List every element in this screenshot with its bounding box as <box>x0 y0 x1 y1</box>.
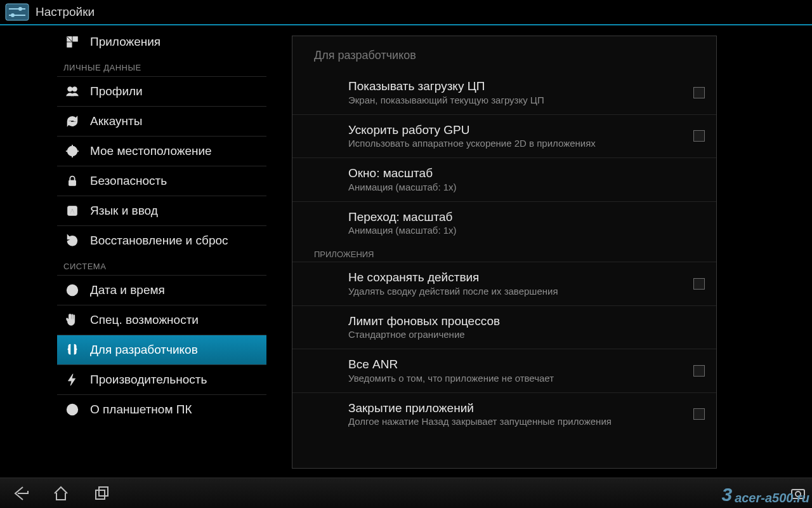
setting-row[interactable]: Показывать загрузку ЦПЭкран, показывающи… <box>292 71 716 114</box>
setting-row[interactable]: Не сохранять действияУдалять сводку дейс… <box>292 262 716 305</box>
setting-subtitle: Долгое нажатие Назад закрывает запущенны… <box>348 416 686 428</box>
svg-rect-6 <box>73 36 77 41</box>
back-button[interactable] <box>0 478 41 509</box>
setting-title: Окно: масштаб <box>348 166 705 181</box>
nav-item-label: О планшетном ПК <box>90 403 192 417</box>
svg-text:A: A <box>70 208 75 215</box>
info-icon <box>63 401 81 418</box>
nav-section-header: ЛИЧНЫЕ ДАННЫЕ <box>57 57 266 76</box>
svg-rect-16 <box>69 180 76 185</box>
svg-rect-23 <box>96 490 105 499</box>
action-bar-title: Настройки <box>36 5 95 19</box>
nav-item-label: Аккаунты <box>90 114 142 128</box>
nav-item-reset[interactable]: Восстановление и сброс <box>57 225 266 255</box>
nav-item-location[interactable]: Мое местоположение <box>57 136 266 166</box>
nav-item-hand[interactable]: Спец. возможности <box>57 305 266 335</box>
setting-subtitle: Экран, показывающий текущую загрузку ЦП <box>348 95 686 107</box>
recent-apps-button[interactable] <box>81 478 122 509</box>
watermark-digit: 3 <box>721 484 732 505</box>
bolt-icon <box>63 371 81 389</box>
setting-title: Показывать загрузку ЦП <box>348 79 686 94</box>
nav-item-label: Мое местоположение <box>90 144 212 158</box>
location-icon <box>63 142 81 160</box>
setting-row[interactable]: Все ANRУведомить о том, что приложение н… <box>292 349 716 392</box>
profiles-icon <box>63 83 81 100</box>
nav-item-profiles[interactable]: Профили <box>57 76 266 106</box>
action-bar: Настройки <box>0 0 812 25</box>
setting-title: Не сохранять действия <box>348 270 686 285</box>
braces-icon <box>63 341 81 359</box>
nav-item-label: Профили <box>90 84 143 98</box>
setting-text: Окно: масштабАнимация (масштаб: 1х) <box>348 166 705 194</box>
setting-row[interactable]: Закрытие приложенийДолгое нажатие Назад … <box>292 392 716 436</box>
svg-rect-7 <box>67 42 72 46</box>
setting-subtitle: Удалять сводку действий после их заверше… <box>348 286 686 298</box>
setting-row[interactable]: Окно: масштабАнимация (масштаб: 1х) <box>292 157 716 201</box>
svg-rect-24 <box>99 487 108 496</box>
nav-item-info[interactable]: О планшетном ПК <box>57 394 266 424</box>
setting-title: Все ANR <box>348 357 686 372</box>
nav-item-label: Безопасность <box>90 174 167 188</box>
setting-title: Ускорить работу GPU <box>348 123 686 138</box>
setting-subtitle: Анимация (масштаб: 1х) <box>348 182 705 194</box>
content-body: ПриложенияЛИЧНЫЕ ДАННЫЕПрофилиАккаунтыМо… <box>0 27 812 478</box>
nav-item-clock[interactable]: Дата и время <box>57 275 266 305</box>
nav-item-bolt[interactable]: Производительность <box>57 364 266 394</box>
clock-icon <box>63 281 81 299</box>
setting-title: Закрытие приложений <box>348 401 686 416</box>
setting-subtitle: Анимация (масштаб: 1х) <box>348 225 705 237</box>
reset-icon <box>63 232 81 250</box>
panel-section-header: ПРИЛОЖЕНИЯ <box>292 244 716 262</box>
setting-title: Лимит фоновых процессов <box>348 314 705 329</box>
watermark: 3 acer-a500.ru <box>721 484 809 505</box>
setting-text: Ускорить работу GPUИспользовать аппаратн… <box>348 123 686 150</box>
hand-icon <box>63 311 81 329</box>
setting-text: Переход: масштабАнимация (масштаб: 1х) <box>348 210 705 237</box>
checkbox[interactable] <box>693 408 705 420</box>
sync-icon <box>63 112 81 130</box>
panel-title: Для разработчиков <box>292 36 716 71</box>
language-icon: A <box>63 202 81 220</box>
setting-subtitle: Стандартное ограничение <box>348 329 705 341</box>
settings-nav: ПриложенияЛИЧНЫЕ ДАННЫЕПрофилиАккаунтыМо… <box>0 27 266 478</box>
nav-item-lock[interactable]: Безопасность <box>57 166 266 196</box>
setting-text: Все ANRУведомить о том, что приложение н… <box>348 357 686 385</box>
checkbox[interactable] <box>693 365 705 377</box>
watermark-text: acer-a500.ru <box>735 491 809 505</box>
setting-row[interactable]: Ускорить работу GPUИспользовать аппаратн… <box>292 114 716 158</box>
nav-item-braces[interactable]: Для разработчиков <box>57 335 266 364</box>
svg-point-3 <box>18 7 22 11</box>
setting-text: Лимит фоновых процессовСтандартное огран… <box>348 314 705 342</box>
setting-subtitle: Использовать аппаратное ускорение 2D в п… <box>348 138 686 150</box>
svg-point-4 <box>11 13 15 17</box>
nav-item-sync[interactable]: Аккаунты <box>57 106 266 136</box>
setting-text: Закрытие приложенийДолгое нажатие Назад … <box>348 401 686 429</box>
nav-item-label: Для разработчиков <box>90 343 198 357</box>
nav-item-label: Производительность <box>90 373 207 387</box>
setting-subtitle: Уведомить о том, что приложение не отвеч… <box>348 373 686 385</box>
setting-row[interactable]: Лимит фоновых процессовСтандартное огран… <box>292 305 716 349</box>
settings-app-icon <box>5 3 29 21</box>
nav-item-label: Язык и ввод <box>90 204 158 218</box>
nav-section-header: СИСТЕМА <box>57 255 266 275</box>
checkbox[interactable] <box>693 130 705 142</box>
svg-rect-0 <box>6 4 29 20</box>
nav-item-apps[interactable]: Приложения <box>57 27 266 57</box>
nav-item-label: Дата и время <box>90 283 165 297</box>
home-button[interactable] <box>41 478 81 509</box>
nav-item-label: Восстановление и сброс <box>90 234 228 248</box>
setting-row[interactable]: Переход: масштабАнимация (масштаб: 1х) <box>292 201 716 245</box>
setting-text: Не сохранять действияУдалять сводку дейс… <box>348 270 686 298</box>
svg-point-9 <box>72 87 77 91</box>
nav-item-language[interactable]: AЯзык и ввод <box>57 196 266 225</box>
apps-icon <box>63 33 81 51</box>
checkbox[interactable] <box>693 87 705 98</box>
lock-icon <box>63 172 81 190</box>
svg-point-11 <box>68 147 77 156</box>
setting-text: Показывать загрузку ЦПЭкран, показывающи… <box>348 79 686 107</box>
system-nav-bar <box>0 478 812 508</box>
panel-scroller[interactable]: Показывать загрузку ЦПЭкран, показывающи… <box>292 71 716 468</box>
checkbox[interactable] <box>693 278 705 290</box>
setting-title: Переход: масштаб <box>348 210 705 225</box>
nav-item-label: Спец. возможности <box>90 313 199 327</box>
